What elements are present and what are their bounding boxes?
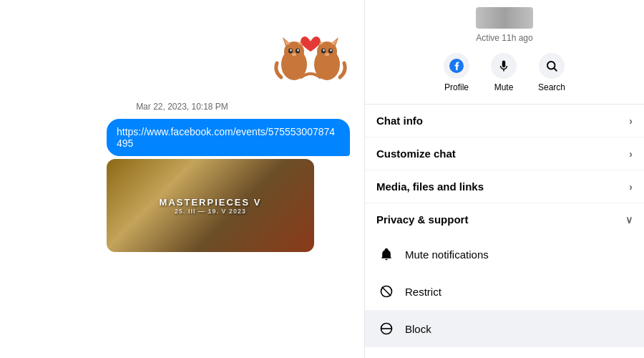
mute-label: Mute [494, 82, 514, 92]
chat-panel: Mar 22, 2023, 10:18 PM https://www.faceb… [0, 0, 365, 358]
svg-line-26 [382, 287, 391, 296]
message-image: MASTERPIECES V 25. III — 19. V 2023 [107, 159, 314, 252]
chevron-right-icon: › [629, 181, 633, 193]
profile-label: Profile [444, 82, 469, 92]
restrict-label: Restrict [405, 286, 633, 298]
bell-icon [376, 244, 396, 264]
message-bubble-container: https://www.facebook.com/events/57555300… [107, 119, 350, 252]
privacy-item-block[interactable]: Block [365, 310, 644, 347]
search-label: Search [538, 82, 565, 92]
svg-point-10 [292, 53, 296, 56]
search-icon [539, 53, 565, 79]
chevron-down-icon: ∨ [625, 214, 633, 226]
profile-button[interactable]: Profile [444, 53, 469, 92]
mute-button[interactable]: Mute [491, 53, 517, 92]
privacy-item-report[interactable]: Report Give feedback and report the conv… [365, 347, 644, 358]
svg-point-19 [323, 49, 324, 52]
avatar-section: Active 11h ago [365, 0, 644, 53]
restrict-icon [376, 281, 396, 301]
sidebar: Active 11h ago Profile Mute [365, 0, 644, 358]
image-title: MASTERPIECES V 25. III — 19. V 2023 [160, 197, 262, 215]
chevron-right-icon: › [629, 148, 633, 160]
svg-point-20 [330, 49, 331, 52]
mute-icon [491, 53, 517, 79]
menu-item-chat-info[interactable]: Chat info › [365, 105, 644, 137]
menu-item-media-files[interactable]: Media, files and links › [365, 170, 644, 203]
svg-point-21 [325, 53, 329, 56]
privacy-item-restrict[interactable]: Restrict [365, 273, 644, 310]
sticker-message [271, 14, 350, 89]
privacy-section: Privacy & support ∨ Mute notifications [365, 203, 644, 358]
svg-point-9 [297, 49, 298, 52]
privacy-label: Privacy & support [376, 213, 468, 226]
message-timestamp: Mar 22, 2023, 10:18 PM [14, 102, 350, 112]
privacy-item-mute-notifications[interactable]: Mute notifications [365, 236, 644, 273]
chat-messages: Mar 22, 2023, 10:18 PM https://www.faceb… [0, 0, 364, 358]
chevron-right-icon: › [629, 115, 633, 127]
svg-line-24 [554, 68, 556, 70]
profile-icon [444, 53, 469, 79]
active-status: Active 11h ago [476, 33, 532, 43]
privacy-header[interactable]: Privacy & support ∨ [365, 203, 644, 236]
menu-item-customize-chat[interactable]: Customize chat › [365, 137, 644, 170]
message-link[interactable]: https://www.facebook.com/events/57555300… [107, 119, 350, 156]
action-buttons: Profile Mute Search [365, 53, 644, 105]
cats-sticker [271, 14, 350, 86]
svg-point-8 [290, 49, 291, 52]
mute-notifications-label: Mute notifications [405, 248, 633, 261]
privacy-items: Mute notifications Restrict [365, 236, 644, 358]
search-button[interactable]: Search [538, 53, 565, 92]
menu-list: Chat info › Customize chat › Media, file… [365, 105, 644, 203]
block-icon [376, 319, 396, 339]
block-label: Block [405, 323, 633, 335]
avatar [476, 7, 533, 29]
